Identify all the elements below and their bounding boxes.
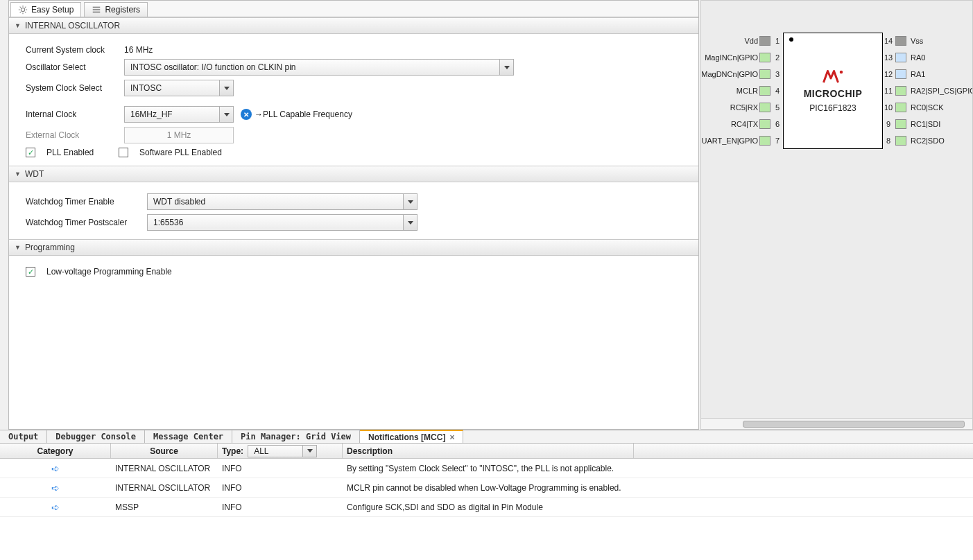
pin-number: 13 [883, 53, 894, 62]
svg-line-8 [25, 7, 26, 8]
pin-label: RC2|SDO [908, 137, 973, 145]
pin-number: 8 [883, 137, 894, 145]
arrow-right-icon: ➪ [51, 502, 60, 513]
notifications-grid-header: Category Source Type: ALL Description [0, 444, 973, 459]
osc-select-dropdown[interactable]: INTOSC oscillator: I/O function on CLKIN… [124, 59, 514, 76]
pin-number: 14 [883, 37, 894, 45]
pin-label: MagDNCn|GPIO [700, 70, 758, 78]
collapse-icon: ▼ [15, 244, 21, 251]
pin-pad[interactable] [895, 53, 906, 62]
tab-pin-manager[interactable]: Pin Manager: Grid View [232, 430, 360, 443]
cell-description: Configure SCK,SDI and SDO as digital in … [343, 500, 634, 515]
chevron-down-icon[interactable] [403, 215, 417, 230]
pin-diagram-pane: Vdd1MagINCn|GPIO2MagDNCn|GPIO3MCLR4RC5|R… [700, 0, 973, 430]
pin-pad[interactable] [895, 103, 906, 112]
cell-source: INTERNAL OSCILLATOR [111, 461, 218, 476]
pin-pad[interactable] [895, 86, 906, 96]
list-icon [92, 5, 101, 15]
info-badge-icon: ✕ [241, 109, 252, 120]
svg-point-0 [21, 8, 24, 11]
ext-clock-field: 1 MHz [124, 127, 234, 143]
svg-rect-10 [93, 9, 101, 10]
osc-select-label: Oscillator Select [26, 62, 117, 72]
tab-label: Registers [105, 5, 140, 15]
pin-label: MagINCn|GPIO [700, 53, 758, 62]
col-description[interactable]: Description [343, 444, 634, 458]
tab-notifications[interactable]: Notifications [MCC]× [360, 430, 463, 443]
pin-number: 1 [772, 37, 783, 45]
tab-registers[interactable]: Registers [84, 2, 148, 17]
wdt-postscaler-label: Watchdog Timer Postscaler [26, 218, 140, 227]
chevron-down-icon[interactable] [302, 446, 316, 457]
pin-pad[interactable] [759, 119, 770, 129]
pll-capable-text: →PLL Capable Frequency [255, 110, 352, 119]
sw-pll-enabled-checkbox[interactable] [119, 148, 128, 157]
pin-pad[interactable] [895, 36, 906, 46]
pin-label: RA2|SPI_CS|GPIO [908, 87, 973, 95]
pin-pad[interactable] [759, 86, 770, 96]
pin-number: 9 [883, 120, 894, 128]
svg-rect-11 [93, 12, 101, 13]
tab-label: Easy Setup [31, 5, 74, 15]
cell-source: MSSP [111, 500, 218, 515]
arrow-right-icon: ➪ [51, 482, 60, 493]
cell-description: By setting "System Clock Select" to "INT… [343, 461, 634, 476]
pin-pad[interactable] [895, 119, 906, 129]
pll-enabled-label: PLL Enabled [46, 148, 112, 157]
pin-label: RA0 [908, 53, 973, 62]
sys-clock-dropdown[interactable]: INTOSC [124, 80, 234, 96]
type-filter-dropdown[interactable]: ALL [248, 445, 317, 457]
config-tabs: Easy Setup Registers [9, 1, 698, 17]
wdt-enable-label: Watchdog Timer Enable [26, 197, 140, 207]
pin-pad[interactable] [759, 103, 770, 112]
chevron-down-icon[interactable] [219, 80, 233, 96]
int-clock-dropdown[interactable]: 16MHz_HF [124, 106, 234, 123]
horizontal-scrollbar[interactable] [701, 418, 972, 429]
pin-pad[interactable] [895, 69, 906, 79]
close-icon[interactable]: × [449, 432, 454, 442]
tab-debugger-console[interactable]: Debugger Console [47, 430, 145, 443]
section-header-wdt[interactable]: ▼ WDT [9, 166, 698, 182]
svg-line-5 [20, 7, 21, 8]
chevron-down-icon[interactable] [403, 194, 417, 209]
pin-pad[interactable] [759, 69, 770, 79]
tab-easy-setup[interactable]: Easy Setup [10, 2, 81, 17]
col-category[interactable]: Category [0, 444, 111, 458]
table-row[interactable]: ➪INTERNAL OSCILLATORINFOMCLR pin cannot … [0, 478, 973, 498]
tab-output[interactable]: Output [0, 430, 47, 443]
table-row[interactable]: ➪MSSPINFOConfigure SCK,SDI and SDO as di… [0, 498, 973, 517]
chip-part: PIC16F1823 [809, 103, 856, 113]
wdt-postscaler-dropdown[interactable]: 1:65536 [147, 214, 417, 231]
table-row[interactable]: ➪INTERNAL OSCILLATORINFOBy setting "Syst… [0, 459, 973, 478]
lvp-checkbox[interactable] [26, 267, 35, 277]
pin-label: UART_EN|GPIO [700, 137, 758, 145]
pll-enabled-checkbox[interactable] [26, 148, 35, 157]
pin-pad[interactable] [759, 53, 770, 62]
pin-pad[interactable] [895, 136, 906, 146]
section-title: WDT [25, 169, 44, 179]
tab-message-center[interactable]: Message Center [145, 430, 232, 443]
pin1-dot-icon [789, 37, 793, 42]
svg-line-7 [20, 12, 21, 12]
svg-line-6 [25, 12, 26, 12]
pin-number: 4 [772, 87, 783, 95]
pin-label: RA1 [908, 70, 973, 78]
chip-body: MICROCHIP PIC16F1823 [783, 33, 883, 149]
lvp-label: Low-voltage Programming Enable [46, 267, 172, 277]
pin-number: 7 [772, 137, 783, 145]
col-type[interactable]: Type: ALL [218, 444, 343, 458]
cell-type: INFO [218, 461, 343, 476]
col-source[interactable]: Source [111, 444, 218, 458]
chevron-down-icon[interactable] [499, 60, 513, 75]
section-title: INTERNAL OSCILLATOR [25, 21, 120, 30]
pin-label: Vdd [700, 37, 758, 45]
cell-description: MCLR pin cannot be disabled when Low-Vol… [343, 480, 634, 496]
section-header-osc[interactable]: ▼ INTERNAL OSCILLATOR [9, 17, 698, 34]
pin-pad[interactable] [759, 36, 770, 46]
section-header-programming[interactable]: ▼ Programming [9, 239, 698, 256]
pin-pad[interactable] [759, 136, 770, 146]
cell-type: INFO [218, 500, 343, 515]
chevron-down-icon[interactable] [219, 107, 233, 122]
wdt-enable-dropdown[interactable]: WDT disabled [147, 193, 417, 210]
sys-clock-label: System Clock Select [26, 83, 117, 93]
